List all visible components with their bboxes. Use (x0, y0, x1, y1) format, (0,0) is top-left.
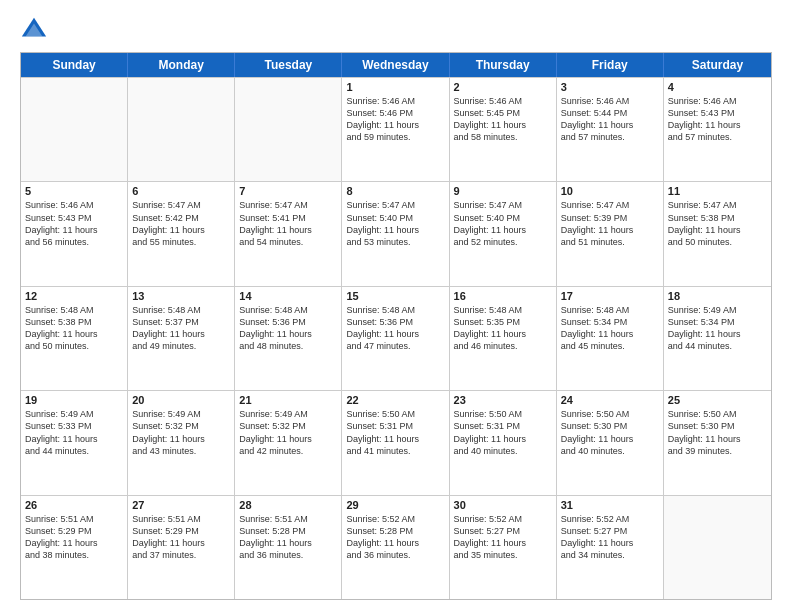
calendar-cell: 22Sunrise: 5:50 AM Sunset: 5:31 PM Dayli… (342, 391, 449, 494)
calendar-cell: 3Sunrise: 5:46 AM Sunset: 5:44 PM Daylig… (557, 78, 664, 181)
calendar-cell: 15Sunrise: 5:48 AM Sunset: 5:36 PM Dayli… (342, 287, 449, 390)
cell-sun-info: Sunrise: 5:51 AM Sunset: 5:28 PM Dayligh… (239, 513, 337, 562)
cell-date-number: 19 (25, 394, 123, 406)
cell-sun-info: Sunrise: 5:50 AM Sunset: 5:31 PM Dayligh… (346, 408, 444, 457)
calendar-cell: 29Sunrise: 5:52 AM Sunset: 5:28 PM Dayli… (342, 496, 449, 599)
calendar-cell: 6Sunrise: 5:47 AM Sunset: 5:42 PM Daylig… (128, 182, 235, 285)
cell-sun-info: Sunrise: 5:47 AM Sunset: 5:41 PM Dayligh… (239, 199, 337, 248)
calendar-row-2: 12Sunrise: 5:48 AM Sunset: 5:38 PM Dayli… (21, 286, 771, 390)
logo (20, 16, 52, 44)
cell-sun-info: Sunrise: 5:48 AM Sunset: 5:35 PM Dayligh… (454, 304, 552, 353)
calendar-cell: 1Sunrise: 5:46 AM Sunset: 5:46 PM Daylig… (342, 78, 449, 181)
cell-sun-info: Sunrise: 5:46 AM Sunset: 5:45 PM Dayligh… (454, 95, 552, 144)
cell-sun-info: Sunrise: 5:47 AM Sunset: 5:39 PM Dayligh… (561, 199, 659, 248)
cell-date-number: 23 (454, 394, 552, 406)
cell-date-number: 28 (239, 499, 337, 511)
calendar-cell: 4Sunrise: 5:46 AM Sunset: 5:43 PM Daylig… (664, 78, 771, 181)
cell-date-number: 16 (454, 290, 552, 302)
calendar-row-0: 1Sunrise: 5:46 AM Sunset: 5:46 PM Daylig… (21, 77, 771, 181)
cell-sun-info: Sunrise: 5:51 AM Sunset: 5:29 PM Dayligh… (25, 513, 123, 562)
cell-date-number: 8 (346, 185, 444, 197)
cell-sun-info: Sunrise: 5:52 AM Sunset: 5:28 PM Dayligh… (346, 513, 444, 562)
cell-date-number: 30 (454, 499, 552, 511)
cell-date-number: 25 (668, 394, 767, 406)
calendar-cell: 14Sunrise: 5:48 AM Sunset: 5:36 PM Dayli… (235, 287, 342, 390)
calendar-cell (21, 78, 128, 181)
cell-sun-info: Sunrise: 5:50 AM Sunset: 5:30 PM Dayligh… (561, 408, 659, 457)
cell-sun-info: Sunrise: 5:48 AM Sunset: 5:36 PM Dayligh… (346, 304, 444, 353)
cell-sun-info: Sunrise: 5:49 AM Sunset: 5:34 PM Dayligh… (668, 304, 767, 353)
cell-sun-info: Sunrise: 5:46 AM Sunset: 5:43 PM Dayligh… (668, 95, 767, 144)
cell-date-number: 13 (132, 290, 230, 302)
cell-date-number: 6 (132, 185, 230, 197)
header (20, 16, 772, 44)
calendar-cell: 17Sunrise: 5:48 AM Sunset: 5:34 PM Dayli… (557, 287, 664, 390)
cell-date-number: 3 (561, 81, 659, 93)
cell-date-number: 31 (561, 499, 659, 511)
calendar-cell: 27Sunrise: 5:51 AM Sunset: 5:29 PM Dayli… (128, 496, 235, 599)
cell-sun-info: Sunrise: 5:47 AM Sunset: 5:40 PM Dayligh… (454, 199, 552, 248)
calendar: SundayMondayTuesdayWednesdayThursdayFrid… (20, 52, 772, 600)
page: SundayMondayTuesdayWednesdayThursdayFrid… (0, 0, 792, 612)
cell-sun-info: Sunrise: 5:46 AM Sunset: 5:46 PM Dayligh… (346, 95, 444, 144)
cell-date-number: 12 (25, 290, 123, 302)
calendar-cell: 10Sunrise: 5:47 AM Sunset: 5:39 PM Dayli… (557, 182, 664, 285)
calendar-cell: 26Sunrise: 5:51 AM Sunset: 5:29 PM Dayli… (21, 496, 128, 599)
calendar-cell: 16Sunrise: 5:48 AM Sunset: 5:35 PM Dayli… (450, 287, 557, 390)
cell-date-number: 15 (346, 290, 444, 302)
cell-date-number: 4 (668, 81, 767, 93)
calendar-cell: 30Sunrise: 5:52 AM Sunset: 5:27 PM Dayli… (450, 496, 557, 599)
header-day-sunday: Sunday (21, 53, 128, 77)
cell-sun-info: Sunrise: 5:50 AM Sunset: 5:31 PM Dayligh… (454, 408, 552, 457)
calendar-cell: 23Sunrise: 5:50 AM Sunset: 5:31 PM Dayli… (450, 391, 557, 494)
cell-date-number: 29 (346, 499, 444, 511)
header-day-friday: Friday (557, 53, 664, 77)
cell-sun-info: Sunrise: 5:49 AM Sunset: 5:33 PM Dayligh… (25, 408, 123, 457)
calendar-cell: 18Sunrise: 5:49 AM Sunset: 5:34 PM Dayli… (664, 287, 771, 390)
calendar-cell: 31Sunrise: 5:52 AM Sunset: 5:27 PM Dayli… (557, 496, 664, 599)
header-day-saturday: Saturday (664, 53, 771, 77)
cell-date-number: 2 (454, 81, 552, 93)
cell-sun-info: Sunrise: 5:48 AM Sunset: 5:38 PM Dayligh… (25, 304, 123, 353)
cell-sun-info: Sunrise: 5:48 AM Sunset: 5:36 PM Dayligh… (239, 304, 337, 353)
calendar-cell: 8Sunrise: 5:47 AM Sunset: 5:40 PM Daylig… (342, 182, 449, 285)
cell-sun-info: Sunrise: 5:49 AM Sunset: 5:32 PM Dayligh… (132, 408, 230, 457)
calendar-body: 1Sunrise: 5:46 AM Sunset: 5:46 PM Daylig… (21, 77, 771, 599)
cell-date-number: 24 (561, 394, 659, 406)
calendar-cell (128, 78, 235, 181)
header-day-monday: Monday (128, 53, 235, 77)
cell-sun-info: Sunrise: 5:51 AM Sunset: 5:29 PM Dayligh… (132, 513, 230, 562)
cell-sun-info: Sunrise: 5:49 AM Sunset: 5:32 PM Dayligh… (239, 408, 337, 457)
calendar-cell: 21Sunrise: 5:49 AM Sunset: 5:32 PM Dayli… (235, 391, 342, 494)
calendar-cell (664, 496, 771, 599)
cell-date-number: 9 (454, 185, 552, 197)
cell-date-number: 1 (346, 81, 444, 93)
cell-date-number: 20 (132, 394, 230, 406)
calendar-row-4: 26Sunrise: 5:51 AM Sunset: 5:29 PM Dayli… (21, 495, 771, 599)
header-day-tuesday: Tuesday (235, 53, 342, 77)
calendar-cell: 24Sunrise: 5:50 AM Sunset: 5:30 PM Dayli… (557, 391, 664, 494)
calendar-cell: 11Sunrise: 5:47 AM Sunset: 5:38 PM Dayli… (664, 182, 771, 285)
cell-date-number: 26 (25, 499, 123, 511)
logo-icon (20, 16, 48, 44)
calendar-row-1: 5Sunrise: 5:46 AM Sunset: 5:43 PM Daylig… (21, 181, 771, 285)
calendar-row-3: 19Sunrise: 5:49 AM Sunset: 5:33 PM Dayli… (21, 390, 771, 494)
cell-sun-info: Sunrise: 5:50 AM Sunset: 5:30 PM Dayligh… (668, 408, 767, 457)
calendar-cell: 13Sunrise: 5:48 AM Sunset: 5:37 PM Dayli… (128, 287, 235, 390)
cell-date-number: 17 (561, 290, 659, 302)
calendar-cell: 19Sunrise: 5:49 AM Sunset: 5:33 PM Dayli… (21, 391, 128, 494)
cell-date-number: 21 (239, 394, 337, 406)
cell-date-number: 22 (346, 394, 444, 406)
cell-sun-info: Sunrise: 5:52 AM Sunset: 5:27 PM Dayligh… (561, 513, 659, 562)
cell-sun-info: Sunrise: 5:47 AM Sunset: 5:38 PM Dayligh… (668, 199, 767, 248)
calendar-cell: 25Sunrise: 5:50 AM Sunset: 5:30 PM Dayli… (664, 391, 771, 494)
calendar-header: SundayMondayTuesdayWednesdayThursdayFrid… (21, 53, 771, 77)
calendar-cell: 20Sunrise: 5:49 AM Sunset: 5:32 PM Dayli… (128, 391, 235, 494)
cell-sun-info: Sunrise: 5:52 AM Sunset: 5:27 PM Dayligh… (454, 513, 552, 562)
calendar-cell: 9Sunrise: 5:47 AM Sunset: 5:40 PM Daylig… (450, 182, 557, 285)
calendar-cell: 7Sunrise: 5:47 AM Sunset: 5:41 PM Daylig… (235, 182, 342, 285)
cell-sun-info: Sunrise: 5:47 AM Sunset: 5:40 PM Dayligh… (346, 199, 444, 248)
cell-date-number: 11 (668, 185, 767, 197)
cell-date-number: 14 (239, 290, 337, 302)
header-day-thursday: Thursday (450, 53, 557, 77)
